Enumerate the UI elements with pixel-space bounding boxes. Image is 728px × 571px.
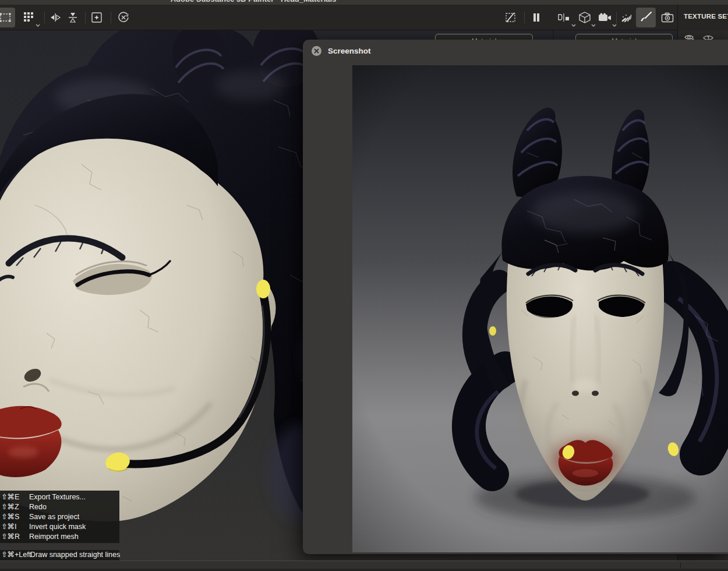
shortcut-row: ⇧⌘I Invert quick mask [0,522,119,532]
tile-pattern-tool-button[interactable] [20,8,38,27]
camera-view-icon [598,13,612,22]
shortcut-row: ⇧⌘+Left Draw snapped straight lines [0,550,119,560]
camera-view-button[interactable] [595,8,615,27]
mirror-horizontal-button[interactable] [48,8,63,27]
mesh-display-button[interactable] [575,8,594,27]
toolbar-separator [85,12,86,23]
stroke-restrict-icon [504,12,517,23]
app-window: Adobe Substance 3D Painter - Head_Materi… [0,0,728,571]
bottom-panel-edge [0,569,728,571]
particles-button[interactable] [619,8,635,27]
shortcut-row: ⇧⌘E Export Textures... [0,492,119,502]
screenshot-preview-image [352,65,728,552]
shortcut-keys: ⇧⌘R [0,532,29,542]
pause-icon [532,13,540,22]
mirror-horizontal-icon [50,12,61,23]
shortcut-label: Invert quick mask [29,522,86,532]
shortcut-row: ⇧⌘Z Redo [0,502,119,512]
app-title: Adobe Substance 3D Painter - Head_Materi… [0,0,507,3]
transform-marquee-tool-button[interactable] [0,8,15,27]
shortcut-hints-overlay: ⇧⌘E Export Textures... ⇧⌘Z Redo ⇧⌘S Save… [0,491,119,543]
toolbar-separator [616,12,617,23]
chevron-down-icon [612,24,617,27]
screenshot-window: Screenshot [303,40,728,554]
frame-add-button[interactable] [89,8,105,27]
viewport-mask-render [0,30,326,561]
title-bar: Adobe Substance 3D Painter - Head_Materi… [0,0,728,5]
shortcut-keys: ⇧⌘S [0,512,29,522]
shortcut-hints-footer: ⇧⌘+Left Draw snapped straight lines [0,550,119,561]
shortcut-keys: ⇧⌘I [0,522,29,532]
mesh-display-icon [578,12,591,23]
bottom-panel-bar [0,561,728,571]
mirror-vertical-icon [68,12,78,23]
texture-set-panel-header: TEXTURE SET [677,5,728,30]
stroke-restrict-button[interactable] [502,8,520,27]
view-layout-icon [557,12,571,23]
tile-pattern-icon [23,12,35,23]
transform-marquee-icon [0,12,12,23]
toolbar-separator [44,12,45,23]
particles-icon [621,12,632,23]
view-layout-button[interactable] [553,8,574,27]
screenshot-window-header[interactable]: Screenshot [303,40,728,63]
shortcut-label: Export Textures... [29,492,86,502]
paint-brush-icon [639,11,652,24]
screenshot-camera-button[interactable] [658,8,677,27]
toolbar-separator [524,12,525,23]
shortcut-row: ⇧⌘R Reimport mesh [0,532,119,542]
close-icon[interactable] [312,46,321,56]
screenshot-camera-icon [661,12,674,23]
shortcut-label: Save as project [29,512,79,522]
screenshot-window-title: Screenshot [328,47,371,55]
shortcut-label: Reimport mesh [29,532,79,542]
shortcut-label: Redo [29,502,47,512]
texture-set-panel-title: TEXTURE SET [684,13,728,20]
pause-engine-button[interactable] [528,8,545,27]
toolbar-separator [111,12,111,23]
symmetry-off-icon [118,12,129,23]
mirror-vertical-button[interactable] [65,8,80,27]
shortcut-label: Draw snapped straight lines [30,550,120,560]
shortcut-keys: ⇧⌘Z [0,502,29,512]
shortcut-keys: ⇧⌘E [0,492,29,502]
shortcut-row: ⇧⌘S Save as project [0,512,119,522]
paint-brush-tool-button[interactable] [636,8,656,27]
symmetry-off-button[interactable] [115,8,132,27]
frame-add-icon [91,12,103,23]
chevron-down-icon [36,24,40,27]
shortcut-keys: ⇧⌘+Left [0,550,30,560]
main-toolbar [0,5,728,30]
